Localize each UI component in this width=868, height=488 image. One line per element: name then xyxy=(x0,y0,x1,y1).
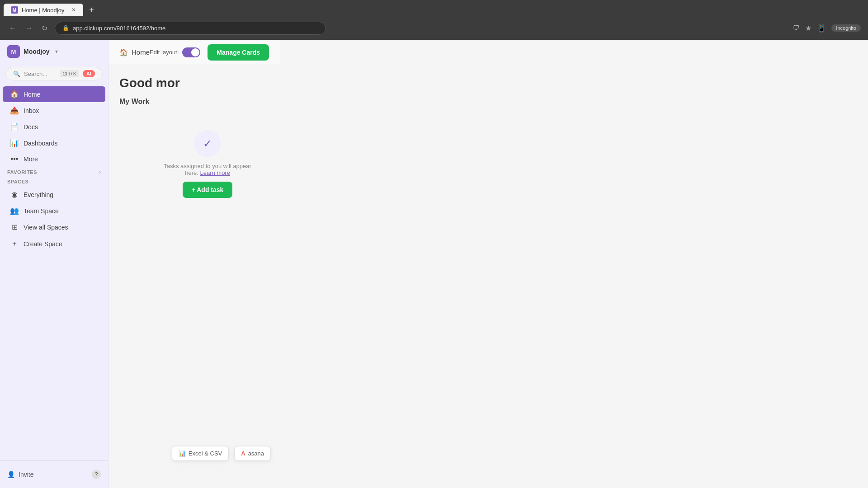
dashboards-icon: 📊 xyxy=(10,139,19,147)
docs-icon: 📄 xyxy=(10,122,19,131)
browser-tab-active[interactable]: M Home | Moodjoy ✕ xyxy=(4,4,83,16)
invite-label: Invite xyxy=(19,471,33,478)
invite-button[interactable]: 👤 Invite ? xyxy=(7,466,101,483)
device-icon: 📱 xyxy=(817,24,826,33)
excel-icon: 📊 xyxy=(179,450,186,457)
app-container: M Moodjoy ▾ 🔍 Search... Ctrl+K AI 🏠 Home… xyxy=(0,40,868,488)
sidebar-item-team-space[interactable]: 👥 Team Space xyxy=(3,203,105,219)
breadcrumb-home-icon: 🏠 xyxy=(119,48,128,56)
browser-toolbar: ← → ↻ 🔒 app.clickup.com/9016164592/home … xyxy=(0,16,868,40)
incognito-badge: Incognito xyxy=(831,24,861,32)
browser-chrome: M Home | Moodjoy ✕ + ← → ↻ 🔒 app.clickup… xyxy=(0,0,868,40)
address-bar[interactable]: 🔒 app.clickup.com/9016164592/home xyxy=(55,22,326,35)
browser-right-icons: 🛡 ★ 📱 Incognito xyxy=(793,24,861,33)
edit-layout-section: Edit layout: xyxy=(150,47,200,57)
sidebar-team-space-label: Team Space xyxy=(24,207,59,215)
refresh-button[interactable]: ↻ xyxy=(40,22,49,34)
import-excel-button[interactable]: 📊 Excel & CSV xyxy=(172,446,229,461)
excel-label: Excel & CSV xyxy=(189,450,222,457)
spaces-section-header: Spaces xyxy=(0,177,108,186)
shield-icon: 🛡 xyxy=(793,24,800,32)
breadcrumb: 🏠 Home xyxy=(119,48,150,56)
sidebar-docs-label: Docs xyxy=(24,123,38,131)
ai-badge: AI xyxy=(83,70,95,77)
sidebar-home-label: Home xyxy=(24,91,40,98)
import-buttons: 📊 Excel & CSV A asana xyxy=(172,446,271,461)
search-shortcut: Ctrl+K xyxy=(60,70,79,77)
workspace-name: Moodjoy xyxy=(24,48,50,55)
lock-icon: 🔒 xyxy=(62,25,69,31)
star-icon: ★ xyxy=(805,24,811,33)
toggle-knob xyxy=(191,48,199,56)
sidebar-view-all-label: View all Spaces xyxy=(24,224,68,231)
sidebar-nav: 🏠 Home 📥 Inbox 📄 Docs 📊 Dashboards ••• M… xyxy=(0,84,108,460)
back-button[interactable]: ← xyxy=(7,22,18,34)
content-area: 🏠 Home Edit layout: Manage Cards Good mo… xyxy=(108,40,280,488)
workspace-dropdown-icon[interactable]: ▾ xyxy=(55,48,58,55)
sidebar-item-create-space[interactable]: ＋ Create Space xyxy=(3,235,105,252)
sidebar-create-space-label: Create Space xyxy=(24,240,62,248)
add-task-button[interactable]: + Add task xyxy=(183,182,233,198)
favorites-expand-icon[interactable]: › xyxy=(99,169,101,175)
inbox-icon: 📥 xyxy=(10,106,19,115)
sidebar-dashboards-label: Dashboards xyxy=(24,140,58,147)
sidebar-item-home[interactable]: 🏠 Home xyxy=(3,86,105,102)
invite-icon: 👤 xyxy=(7,471,15,478)
manage-cards-button[interactable]: Manage Cards xyxy=(208,44,269,61)
sidebar-item-view-all-spaces[interactable]: ⊞ View all Spaces xyxy=(3,219,105,235)
sidebar-everything-label: Everything xyxy=(24,191,53,198)
help-icon[interactable]: ? xyxy=(92,470,101,479)
section-title: My Work xyxy=(108,94,280,109)
view-all-icon: ⊞ xyxy=(10,223,19,231)
empty-state: ✓ Tasks assigned to you will appear here… xyxy=(162,130,253,198)
sidebar-search-area: 🔍 Search... Ctrl+K AI xyxy=(0,63,108,84)
sidebar-more-label: More xyxy=(24,155,38,163)
favorites-section-header: Favorites › xyxy=(0,167,108,177)
page-title: Good mor xyxy=(108,65,280,94)
empty-check-icon: ✓ xyxy=(194,130,221,157)
tab-close-button[interactable]: ✕ xyxy=(71,7,76,13)
spaces-label: Spaces xyxy=(7,179,28,184)
team-space-icon: 👥 xyxy=(10,206,19,215)
import-asana-button[interactable]: A asana xyxy=(234,446,271,461)
sidebar-inbox-label: Inbox xyxy=(24,107,39,114)
browser-tab-bar: M Home | Moodjoy ✕ + xyxy=(0,0,868,16)
asana-icon: A xyxy=(241,450,245,457)
more-icon: ••• xyxy=(10,155,19,163)
forward-button[interactable]: → xyxy=(24,22,34,34)
sidebar-item-inbox[interactable]: 📥 Inbox xyxy=(3,103,105,118)
sidebar-item-more[interactable]: ••• More xyxy=(3,151,105,167)
empty-state-text: Tasks assigned to you will appear here. … xyxy=(162,163,253,176)
tab-title: Home | Moodjoy xyxy=(22,7,64,14)
tab-favicon: M xyxy=(11,6,18,14)
sidebar-item-everything[interactable]: ◉ Everything xyxy=(3,187,105,202)
search-placeholder: Search... xyxy=(24,70,56,77)
sidebar-item-dashboards[interactable]: 📊 Dashboards xyxy=(3,135,105,151)
asana-label: asana xyxy=(248,450,264,457)
edit-layout-toggle[interactable] xyxy=(182,47,200,57)
main-layout: 🏠 Home Edit layout: Manage Cards Good mo… xyxy=(108,40,280,488)
sidebar-bottom: 👤 Invite ? xyxy=(0,460,108,488)
main-header: 🏠 Home Edit layout: Manage Cards xyxy=(108,40,280,65)
learn-more-link[interactable]: Learn more xyxy=(200,169,230,176)
everything-icon: ◉ xyxy=(10,190,19,199)
home-icon: 🏠 xyxy=(10,90,19,99)
edit-layout-label: Edit layout: xyxy=(150,49,179,56)
search-icon: 🔍 xyxy=(13,70,20,77)
workspace-avatar: M xyxy=(7,45,20,58)
new-tab-button[interactable]: + xyxy=(85,4,98,16)
create-space-icon: ＋ xyxy=(10,239,19,249)
url-text: app.clickup.com/9016164592/home xyxy=(73,25,165,32)
sidebar-header: M Moodjoy ▾ xyxy=(0,40,108,63)
search-bar[interactable]: 🔍 Search... Ctrl+K AI xyxy=(5,67,103,80)
sidebar: M Moodjoy ▾ 🔍 Search... Ctrl+K AI 🏠 Home… xyxy=(0,40,108,488)
main-header-right: Edit layout: Manage Cards xyxy=(150,44,269,61)
breadcrumb-label: Home xyxy=(132,48,150,56)
sidebar-item-docs[interactable]: 📄 Docs xyxy=(3,119,105,135)
favorites-label: Favorites xyxy=(7,169,37,175)
